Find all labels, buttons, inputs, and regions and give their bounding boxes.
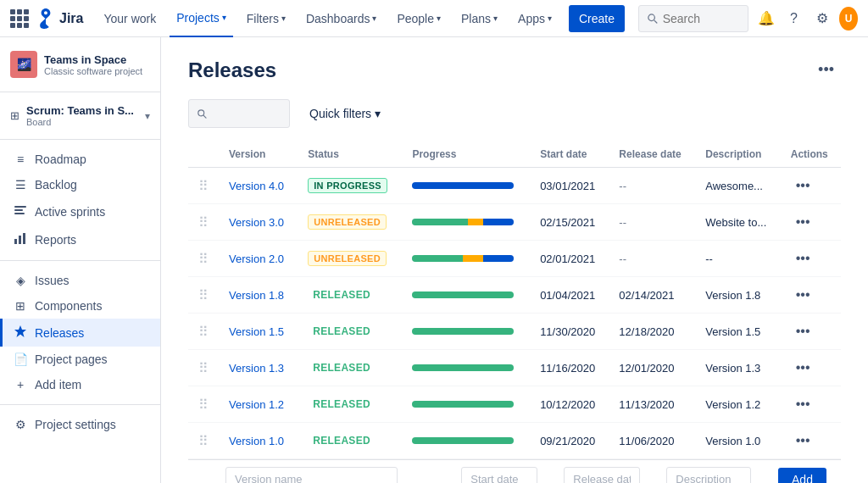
table-row: ⠿Version 1.2RELEASED10/12/202011/13/2020…	[188, 386, 841, 423]
progress-cell	[402, 386, 530, 423]
row-more-button[interactable]: •••	[791, 286, 815, 304]
start-date-cell: 01/04/2021	[530, 277, 609, 314]
sidebar-item-project-settings[interactable]: ⚙ Project settings	[0, 412, 160, 437]
drag-handle[interactable]: ⠿	[188, 423, 219, 459]
row-more-button[interactable]: •••	[791, 322, 815, 341]
chevron-down-icon: ▾	[145, 110, 150, 122]
sidebar-item-roadmap[interactable]: ≡ Roadmap	[0, 147, 160, 172]
app-switcher-button[interactable]	[10, 7, 29, 31]
jira-logo[interactable]: Jira	[36, 8, 83, 29]
sidebar-item-releases[interactable]: Releases	[0, 319, 160, 347]
notifications-button[interactable]: 🔔	[755, 5, 776, 32]
nav-your-work[interactable]: Your work	[97, 0, 163, 37]
sidebar-item-issues[interactable]: ◈ Issues	[0, 268, 160, 293]
drag-handle[interactable]: ⠿	[188, 204, 219, 241]
row-more-button[interactable]: •••	[791, 213, 815, 231]
release-date-input[interactable]	[564, 467, 640, 483]
status-cell: RELEASED	[298, 277, 402, 314]
progress-bar	[412, 328, 514, 335]
drag-handle[interactable]: ⠿	[188, 314, 219, 350]
roadmap-icon: ≡	[13, 153, 28, 166]
actions-cell: •••	[781, 314, 841, 350]
row-more-button[interactable]: •••	[791, 395, 815, 414]
chevron-down-icon: ▾	[493, 14, 498, 23]
search-bar[interactable]	[638, 5, 748, 32]
issues-icon: ◈	[13, 274, 28, 287]
drag-handle[interactable]: ⠿	[188, 241, 219, 277]
drag-handle[interactable]: ⠿	[188, 386, 219, 423]
reports-icon	[13, 231, 28, 247]
progress-cell	[402, 423, 530, 459]
add-start-date-cell	[451, 460, 554, 484]
nav-apps[interactable]: Apps ▾	[511, 0, 559, 37]
sidebar-item-label: Reports	[35, 233, 76, 247]
version-cell: Version 1.3	[219, 350, 298, 386]
add-version-button[interactable]: Add	[778, 468, 826, 484]
chevron-down-icon: ▾	[375, 107, 381, 120]
help-button[interactable]: ?	[783, 5, 804, 32]
progress-bar	[412, 364, 514, 371]
releases-icon	[13, 325, 28, 341]
nav-projects[interactable]: Projects ▾	[170, 0, 233, 37]
search-icon	[648, 13, 658, 25]
progress-cell	[402, 204, 530, 241]
sidebar-item-label: Issues	[35, 274, 69, 287]
sidebar-item-add-item[interactable]: + Add item	[0, 372, 160, 397]
progress-bar	[412, 437, 514, 444]
version-name-input[interactable]	[225, 467, 398, 483]
progress-bar	[412, 401, 514, 408]
quick-filters-button[interactable]: Quick filters ▾	[300, 99, 390, 128]
row-more-button[interactable]: •••	[791, 431, 815, 450]
drag-handle[interactable]: ⠿	[188, 168, 219, 204]
actions-cell: •••	[781, 277, 841, 314]
release-date-cell: --	[609, 168, 695, 204]
row-more-button[interactable]: •••	[791, 176, 815, 195]
chevron-down-icon: ▾	[372, 14, 376, 23]
actions-cell: •••	[781, 204, 841, 241]
nav-plans[interactable]: Plans ▾	[454, 0, 504, 37]
search-input[interactable]	[663, 12, 739, 25]
table-row: ⠿Version 3.0UNRELEASED02/15/2021--Websit…	[188, 204, 841, 241]
create-button[interactable]: Create	[569, 5, 625, 32]
release-date-cell: 02/14/2021	[609, 277, 695, 314]
actions-cell: •••	[781, 423, 841, 459]
start-date-input[interactable]	[461, 467, 537, 483]
description-input[interactable]	[666, 467, 751, 483]
drag-handle[interactable]: ⠿	[188, 277, 219, 314]
add-icon: +	[13, 378, 28, 391]
drag-handle[interactable]: ⠿	[188, 350, 219, 386]
top-navigation: Jira Your work Projects ▾ Filters ▾ Dash…	[0, 0, 868, 37]
sidebar-item-reports[interactable]: Reports	[0, 225, 160, 253]
description-cell: Awesome...	[695, 168, 780, 204]
sidebar-board-selector[interactable]: ⊞ Scrum: Teams in S... Board ▾	[0, 99, 160, 132]
sidebar-divider-2	[0, 260, 160, 261]
col-actions: Actions	[781, 142, 841, 168]
status-cell: RELEASED	[298, 350, 402, 386]
settings-button[interactable]: ⚙	[811, 5, 832, 32]
add-row-drag-cell	[188, 460, 215, 484]
user-avatar[interactable]: U	[839, 7, 858, 31]
chevron-down-icon: ▾	[548, 14, 552, 23]
status-badge: IN PROGRESS	[308, 178, 387, 193]
sidebar-item-project-pages[interactable]: 📄 Project pages	[0, 347, 160, 372]
version-cell: Version 4.0	[219, 168, 298, 204]
sidebar-item-active-sprints[interactable]: Active sprints	[0, 197, 160, 225]
add-progress-cell	[430, 460, 451, 484]
add-release-date-cell	[554, 460, 656, 484]
version-cell: Version 1.8	[219, 277, 298, 314]
filter-search-box[interactable]	[188, 99, 290, 128]
sidebar-item-components[interactable]: ⊞ Components	[0, 293, 160, 319]
row-more-button[interactable]: •••	[791, 249, 815, 268]
row-more-button[interactable]: •••	[791, 358, 815, 377]
table-row: ⠿Version 1.8RELEASED01/04/202102/14/2021…	[188, 277, 841, 314]
nav-dashboards[interactable]: Dashboards ▾	[299, 0, 384, 37]
status-badge: RELEASED	[308, 287, 376, 303]
status-badge: RELEASED	[308, 433, 376, 448]
more-options-button[interactable]: •••	[811, 58, 841, 82]
nav-people[interactable]: People ▾	[390, 0, 448, 37]
sidebar-item-backlog[interactable]: ☰ Backlog	[0, 172, 160, 197]
version-cell: Version 1.0	[219, 423, 298, 459]
nav-filters[interactable]: Filters ▾	[240, 0, 292, 37]
svg-rect-6	[19, 236, 21, 244]
filter-search-input[interactable]	[212, 108, 281, 120]
